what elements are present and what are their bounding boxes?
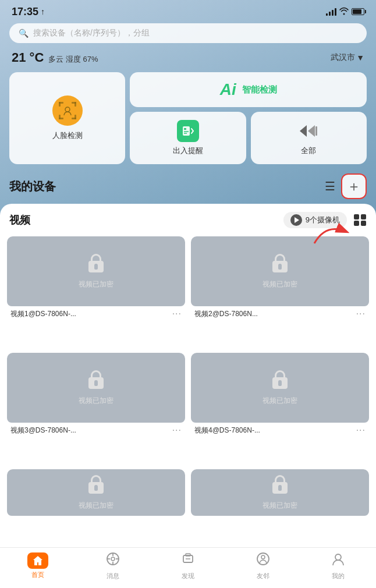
entry-icon xyxy=(177,120,199,142)
search-icon: 🔍 xyxy=(19,29,29,38)
svg-rect-15 xyxy=(315,126,317,136)
friends-icon xyxy=(256,551,271,570)
tab-home[interactable]: 首页 xyxy=(0,552,75,579)
chevron-down-icon: ▼ xyxy=(356,53,364,62)
my-devices-header: 我的设备 ☰ ＋ xyxy=(0,170,376,204)
play-icon xyxy=(290,214,302,226)
main-panel: 视频 9个摄像机 xyxy=(0,204,376,547)
svg-rect-5 xyxy=(59,115,61,119)
status-icons xyxy=(326,7,364,17)
entry-alert-label: 出入提醒 xyxy=(173,146,203,156)
battery-icon xyxy=(352,8,364,15)
video-item[interactable]: 视频已加密 xyxy=(191,469,369,541)
search-bar[interactable]: 🔍 搜索设备（名称/序列号），分组 xyxy=(9,23,367,43)
lock-icon-6: 视频已加密 xyxy=(263,475,297,511)
svg-rect-24 xyxy=(186,554,190,556)
tab-discover[interactable]: 发现 xyxy=(150,551,225,580)
video-grid: 视频已加密 视频1@DS-7806N-... ··· 视频已加密 xyxy=(0,234,376,547)
video-info-4: 视频4@DS-7806N-... ··· xyxy=(191,423,369,438)
video-info-2: 视频2@DS-7806N... ··· xyxy=(191,306,369,321)
video-name-1: 视频1@DS-7806N-... xyxy=(10,309,76,319)
my-devices-title: 我的设备 xyxy=(9,179,56,194)
video-thumbnail-2: 视频已加密 xyxy=(191,236,369,306)
video-item[interactable]: 视频已加密 视频4@DS-7806N-... ··· xyxy=(191,353,369,463)
video-item[interactable]: 视频已加密 视频3@DS-7806N-... ··· xyxy=(7,353,185,463)
tab-friends-label: 友邻 xyxy=(257,572,269,580)
weather-location[interactable]: 武汉市 ▼ xyxy=(331,52,364,63)
add-device-button[interactable]: ＋ xyxy=(341,173,367,199)
lock-icon-3: 视频已加密 xyxy=(79,370,113,406)
svg-rect-9 xyxy=(183,126,190,136)
video-item[interactable]: 视频已加密 视频2@DS-7806N... ··· xyxy=(191,236,369,347)
video-info-3: 视频3@DS-7806N-... ··· xyxy=(7,423,185,438)
tab-message-label: 消息 xyxy=(107,572,119,580)
svg-point-18 xyxy=(111,557,115,561)
search-placeholder-text: 搜索设备（名称/序列号），分组 xyxy=(33,28,150,38)
all-card[interactable]: 全部 xyxy=(251,112,367,164)
entry-alert-card[interactable]: 出入提醒 xyxy=(130,112,246,164)
svg-rect-1 xyxy=(59,102,61,107)
status-time: 17:35 xyxy=(12,6,38,18)
face-emoji-icon xyxy=(52,95,83,126)
tab-message[interactable]: 消息 xyxy=(75,551,150,580)
video-section-title: 视频 xyxy=(9,213,30,227)
ai-detection-card[interactable]: Ai 智能检测 xyxy=(130,72,367,107)
profile-icon xyxy=(331,551,346,570)
tab-discover-label: 发现 xyxy=(182,572,194,580)
weather-temp: 21 °C xyxy=(12,50,44,65)
weather-desc: 多云 湿度 67% xyxy=(48,54,98,65)
video-item[interactable]: 视频已加密 xyxy=(7,469,185,541)
video-thumbnail-3: 视频已加密 xyxy=(7,353,185,423)
message-icon xyxy=(105,551,120,570)
video-item[interactable]: 视频已加密 视频1@DS-7806N-... ··· xyxy=(7,236,185,347)
video-name-2: 视频2@DS-7806N... xyxy=(194,309,258,319)
svg-point-8 xyxy=(65,107,70,112)
status-bar: 17:35 ↑ xyxy=(0,0,376,21)
video-thumbnail-4: 视频已加密 xyxy=(191,353,369,423)
video-thumbnail-5: 视频已加密 xyxy=(7,469,185,516)
signal-icon xyxy=(326,8,336,16)
grid-toggle-button[interactable] xyxy=(354,214,367,226)
svg-marker-14 xyxy=(308,125,315,137)
tab-home-label: 首页 xyxy=(31,571,44,579)
video-menu-2[interactable]: ··· xyxy=(356,309,366,319)
ai-icon: Ai xyxy=(220,80,236,99)
video-menu-1[interactable]: ··· xyxy=(172,309,182,319)
svg-rect-3 xyxy=(75,102,76,107)
tab-profile[interactable]: 我的 xyxy=(301,551,376,580)
svg-point-28 xyxy=(335,554,341,560)
lock-icon-5: 视频已加密 xyxy=(79,475,113,511)
weather-bar: 21 °C 多云 湿度 67% 武汉市 ▼ xyxy=(0,48,376,70)
tab-friends[interactable]: 友邻 xyxy=(226,551,301,580)
video-thumbnail-6: 视频已加密 xyxy=(191,469,369,516)
all-label: 全部 xyxy=(301,146,316,156)
camera-count-text: 9个摄像机 xyxy=(306,215,340,225)
panel-header: 视频 9个摄像机 xyxy=(0,204,376,234)
video-menu-4[interactable]: ··· xyxy=(356,425,366,435)
home-icon xyxy=(27,552,48,569)
video-menu-3[interactable]: ··· xyxy=(172,425,182,435)
tab-bar: 首页 消息 xyxy=(0,547,376,588)
face-detection-card[interactable]: 人脸检测 xyxy=(9,72,125,164)
video-thumbnail-1: 视频已加密 xyxy=(7,236,185,306)
quick-actions-grid: 人脸检测 Ai 智能检测 出入提醒 xyxy=(9,72,367,164)
all-icon xyxy=(297,120,320,142)
video-name-4: 视频4@DS-7806N-... xyxy=(194,426,260,435)
lock-icon-1: 视频已加密 xyxy=(79,254,113,289)
svg-rect-10 xyxy=(184,128,186,130)
ai-detection-label: 智能检测 xyxy=(242,84,277,95)
lock-icon-2: 视频已加密 xyxy=(263,254,297,289)
location-arrow-icon: ↑ xyxy=(41,7,45,16)
lock-icon-4: 视频已加密 xyxy=(263,370,297,406)
video-name-3: 视频3@DS-7806N-... xyxy=(10,426,76,435)
video-info-1: 视频1@DS-7806N-... ··· xyxy=(7,306,185,321)
header-actions: ☰ ＋ xyxy=(325,173,367,199)
tab-profile-label: 我的 xyxy=(332,572,345,580)
discover-icon xyxy=(180,551,196,570)
face-detection-label: 人脸检测 xyxy=(52,130,83,141)
wifi-icon xyxy=(339,7,349,17)
svg-marker-13 xyxy=(300,125,307,137)
camera-count-badge[interactable]: 9个摄像机 xyxy=(283,212,347,228)
menu-icon[interactable]: ☰ xyxy=(325,179,335,193)
svg-point-27 xyxy=(261,555,265,559)
